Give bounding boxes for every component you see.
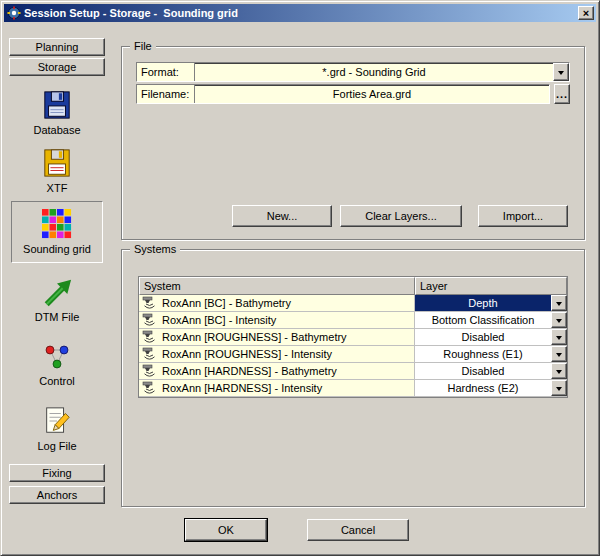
close-button[interactable]: × — [578, 6, 594, 20]
layer-combobox[interactable]: Hardness (E2) — [415, 380, 567, 397]
new-button-label: New... — [267, 210, 298, 222]
sidebar-item-label: DTM File — [35, 311, 80, 323]
cancel-button-label: Cancel — [341, 524, 375, 536]
dropdown-arrow-button[interactable] — [551, 312, 567, 328]
sonar-icon — [142, 381, 158, 395]
format-label: Format: — [137, 63, 195, 81]
planning-label: Planning — [36, 41, 79, 53]
system-cell: RoxAnn [HARDNESS] - Bathymetry — [139, 363, 415, 380]
format-combobox[interactable]: Format: *.grd - Sounding Grid — [136, 62, 570, 82]
dropdown-arrow-button[interactable] — [551, 295, 567, 311]
new-button[interactable]: New... — [232, 205, 332, 227]
table-row[interactable]: RoxAnn [BC] - Intensity Bottom Classific… — [139, 312, 567, 329]
column-header-layer[interactable]: Layer — [415, 277, 567, 295]
clear-layers-button-label: Clear Layers... — [365, 210, 437, 222]
table-row[interactable]: RoxAnn [ROUGHNESS] - Intensity Roughness… — [139, 346, 567, 363]
sidebar-button-anchors[interactable]: Anchors — [9, 486, 105, 504]
filename-row: Filename: Forties Area.grd ... — [136, 84, 570, 104]
layer-value[interactable]: Roughness (E1) — [415, 346, 551, 362]
file-group: File Format: *.grd - Sounding Grid Filen… — [121, 46, 585, 240]
sidebar-item-database[interactable]: Database — [11, 85, 103, 141]
layer-value[interactable]: Hardness (E2) — [415, 380, 551, 396]
layer-value[interactable]: Disabled — [415, 329, 551, 345]
sidebar-item-label: Sounding grid — [23, 243, 91, 255]
table-header: System Layer — [139, 277, 567, 295]
green-arrow-icon — [42, 277, 72, 307]
systems-table: System Layer RoxAnn [BC] - Bathymetry De… — [138, 276, 568, 398]
layer-combobox[interactable]: Disabled — [415, 363, 567, 380]
system-cell: RoxAnn [BC] - Bathymetry — [139, 295, 415, 312]
sonar-icon — [142, 330, 158, 344]
layer-combobox[interactable]: Disabled — [415, 329, 567, 346]
chevron-down-icon — [558, 71, 564, 75]
sidebar-item-label: Database — [33, 124, 80, 136]
chevron-down-icon — [556, 336, 562, 340]
format-value[interactable]: *.grd - Sounding Grid — [195, 63, 553, 81]
systems-group-title: Systems — [130, 242, 180, 256]
import-button-label: Import... — [503, 210, 543, 222]
ok-button[interactable]: OK — [185, 519, 267, 541]
dropdown-arrow-button[interactable] — [551, 346, 567, 362]
sidebar-button-storage[interactable]: Storage — [9, 58, 105, 76]
fixing-label: Fixing — [42, 467, 71, 479]
table-row[interactable]: RoxAnn [HARDNESS] - Bathymetry Disabled — [139, 363, 567, 380]
file-group-title: File — [130, 39, 156, 53]
notepad-pencil-icon — [42, 406, 72, 436]
format-dropdown-button[interactable] — [553, 63, 569, 81]
system-name: RoxAnn [ROUGHNESS] - Intensity — [162, 348, 332, 360]
column-header-system[interactable]: System — [139, 277, 415, 295]
browse-button[interactable]: ... — [554, 84, 570, 104]
sidebar-item-control[interactable]: Control — [11, 335, 103, 395]
system-cell: RoxAnn [ROUGHNESS] - Bathymetry — [139, 329, 415, 346]
dropdown-arrow-button[interactable] — [551, 329, 567, 345]
chevron-down-icon — [556, 302, 562, 306]
filename-input[interactable]: Filename: Forties Area.grd — [136, 84, 550, 104]
layer-combobox[interactable]: Depth — [415, 295, 567, 312]
storage-label: Storage — [38, 61, 77, 73]
dropdown-arrow-button[interactable] — [551, 363, 567, 379]
system-name: RoxAnn [ROUGHNESS] - Bathymetry — [162, 331, 347, 343]
clear-layers-button[interactable]: Clear Layers... — [340, 205, 462, 227]
chevron-down-icon — [556, 370, 562, 374]
sidebar-item-label: Log File — [37, 440, 76, 452]
cancel-button[interactable]: Cancel — [307, 519, 409, 541]
sidebar-item-label: Control — [39, 375, 74, 387]
filename-value[interactable]: Forties Area.grd — [195, 85, 549, 103]
system-name: RoxAnn [BC] - Intensity — [162, 314, 276, 326]
app-icon[interactable] — [7, 6, 21, 20]
layer-combobox[interactable]: Bottom Classification — [415, 312, 567, 329]
sidebar-item-label: XTF — [47, 182, 68, 194]
system-name: RoxAnn [HARDNESS] - Intensity — [162, 382, 322, 394]
sidebar-button-fixing[interactable]: Fixing — [9, 464, 105, 482]
chevron-down-icon — [556, 353, 562, 357]
layer-value[interactable]: Disabled — [415, 363, 551, 379]
layer-value[interactable]: Bottom Classification — [415, 312, 551, 328]
sidebar-button-planning[interactable]: Planning — [9, 38, 105, 56]
format-row: Format: *.grd - Sounding Grid — [136, 62, 570, 82]
systems-group: Systems System Layer RoxAnn [BC] - Bathy… — [121, 249, 585, 507]
filename-label: Filename: — [137, 85, 195, 103]
close-icon: × — [583, 8, 589, 19]
sonar-icon — [142, 296, 158, 310]
table-row[interactable]: RoxAnn [HARDNESS] - Intensity Hardness (… — [139, 380, 567, 397]
titlebar: Session Setup - Storage - Sounding grid … — [4, 4, 596, 22]
chevron-down-icon — [556, 319, 562, 323]
sonar-icon — [142, 347, 158, 361]
browse-ellipsis: ... — [556, 88, 568, 100]
layer-value[interactable]: Depth — [415, 295, 551, 311]
dropdown-arrow-button[interactable] — [551, 380, 567, 396]
floppy-disk-yellow-icon — [42, 148, 72, 178]
table-row[interactable]: RoxAnn [BC] - Bathymetry Depth — [139, 295, 567, 312]
sidebar-item-dtm-file[interactable]: DTM File — [11, 269, 103, 331]
anchors-label: Anchors — [37, 489, 77, 501]
sidebar-item-xtf[interactable]: XTF — [11, 143, 103, 199]
import-button[interactable]: Import... — [478, 205, 568, 227]
system-cell: RoxAnn [BC] - Intensity — [139, 312, 415, 329]
sidebar-item-log-file[interactable]: Log File — [11, 399, 103, 459]
control-nodes-icon — [43, 343, 71, 371]
layer-combobox[interactable]: Roughness (E1) — [415, 346, 567, 363]
sidebar-item-sounding-grid[interactable]: Sounding grid — [11, 201, 103, 263]
system-cell: RoxAnn [ROUGHNESS] - Intensity — [139, 346, 415, 363]
system-cell: RoxAnn [HARDNESS] - Intensity — [139, 380, 415, 397]
table-row[interactable]: RoxAnn [ROUGHNESS] - Bathymetry Disabled — [139, 329, 567, 346]
